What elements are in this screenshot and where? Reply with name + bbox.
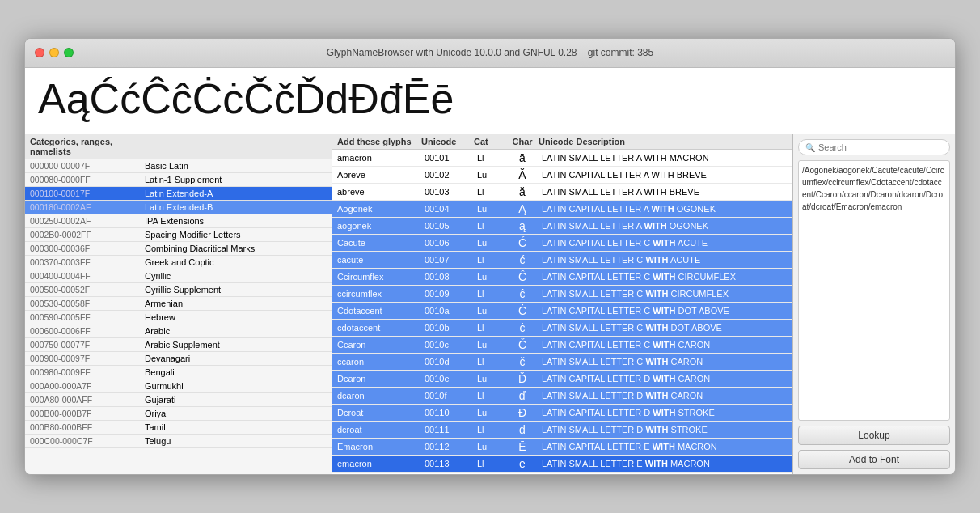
glyph-name: cacute [332,252,421,269]
glyph-character: Ċ [506,303,539,320]
table-row[interactable]: 000530-00058FArmenian [25,297,332,311]
table-row[interactable]: 000400-0004FFCyrillic [25,269,332,283]
glyph-character: č [506,354,539,371]
table-row[interactable]: 0002B0-0002FFSpacing Modifier Letters [25,228,332,242]
glyph-description: LATIN SMALL LETTER D WITH CARON [539,388,792,405]
glyph-preview: AąĆćĈĉĊċČčĎdĐđĒē [25,68,955,134]
glyph-category: Ll [474,388,506,405]
category-range: 000900-00097F [25,352,140,366]
table-row[interactable]: abreve00103LlăLATIN SMALL LETTER A WITH … [332,184,792,201]
glyph-category: Lu [474,235,506,252]
glyph-category: Lu [474,405,506,422]
table-row[interactable]: Cdotaccent0010aLuĊLATIN CAPITAL LETTER C… [332,303,792,320]
glyph-character: ā [506,150,539,167]
categories-panel[interactable]: Categories, ranges, namelists 000000-000… [25,134,332,474]
lookup-button[interactable]: Lookup [798,426,950,445]
col-header-char: Char [506,137,539,146]
category-name: Latin-1 Supplement [140,173,332,187]
category-name: Bengali [140,366,332,379]
glyph-description: LATIN SMALL LETTER C WITH ACUTE [539,252,792,269]
table-row[interactable]: Ccircumflex00108LuĈLATIN CAPITAL LETTER … [332,269,792,286]
glyph-description: LATIN CAPITAL LETTER D WITH STROKE [539,405,792,422]
table-row[interactable]: dcaron0010fLlďLATIN SMALL LETTER D WITH … [332,388,792,405]
category-name: Gujarati [140,393,332,407]
table-row[interactable]: Ccaron0010cLuČLATIN CAPITAL LETTER C WIT… [332,337,792,354]
col-header-unicode: Unicode [421,137,474,146]
search-input[interactable] [818,142,943,152]
category-name: Latin Extended-B [140,201,332,214]
glyph-name: aogonek [332,218,421,235]
category-name: Arabic Supplement [140,338,332,352]
maximize-button[interactable] [64,48,74,57]
table-row[interactable]: 000180-0002AFLatin Extended-B [25,201,332,214]
close-button[interactable] [35,48,44,57]
table-row[interactable]: Aogonek00104LuĄLATIN CAPITAL LETTER A WI… [332,201,792,218]
table-row[interactable]: ccircumflex00109LlĉLATIN SMALL LETTER C … [332,286,792,303]
table-row[interactable]: 000250-0002AFIPA Extensions [25,214,332,228]
table-row[interactable]: 000C00-000C7FTelugu [25,435,332,448]
table-row[interactable]: 000750-00077FArabic Supplement [25,338,332,352]
table-row[interactable]: 000080-0000FFLatin-1 Supplement [25,173,332,187]
glyph-character: ă [506,184,539,201]
glyph-name: cdotaccent [332,320,421,337]
window-title: GlyphNameBrowser with Unicode 10.0.0 and… [327,47,653,58]
table-row[interactable]: Emacron00112LuĒLATIN CAPITAL LETTER E WI… [332,439,792,456]
table-row[interactable]: aogonek00105LląLATIN SMALL LETTER A WITH… [332,218,792,235]
table-row[interactable]: ccaron0010dLlčLATIN SMALL LETTER C WITH … [332,354,792,371]
search-box[interactable]: 🔍 [798,139,950,155]
table-row[interactable]: 000300-00036FCombining Diacritical Marks [25,242,332,256]
table-row[interactable]: 000900-00097FDevanagari [25,352,332,366]
glyph-unicode: 0010c [421,337,474,354]
table-row[interactable]: Dcaron0010eLuĎLATIN CAPITAL LETTER D WIT… [332,371,792,388]
glyph-description: LATIN SMALL LETTER A WITH BREVE [539,184,792,201]
glyph-unicode: 00104 [421,201,474,218]
table-row[interactable]: cacute00107LlćLATIN SMALL LETTER C WITH … [332,252,792,269]
glyph-unicode: 0010d [421,354,474,371]
glyphs-table-header: Add these glyphs Unicode Cat Char Unicod… [332,134,792,150]
glyph-description: LATIN CAPITAL LETTER D WITH CARON [539,371,792,388]
col-header-glyph: Add these glyphs [332,137,421,146]
category-range: 000980-0009FF [25,366,140,379]
glyph-unicode: 00103 [421,184,474,201]
table-row[interactable]: 000A80-000AFFGujarati [25,393,332,407]
glyph-category: Ll [474,150,506,167]
table-row[interactable]: 000370-0003FFGreek and Coptic [25,256,332,269]
table-row[interactable]: emacron00113LlēLATIN SMALL LETTER E WITH… [332,456,792,473]
main-area: Categories, ranges, namelists 000000-000… [25,134,955,474]
table-row[interactable]: 000000-00007FBasic Latin [25,159,332,173]
table-row[interactable]: 000B80-000BFFTamil [25,421,332,435]
table-row[interactable]: Dcroat00110LuĐLATIN CAPITAL LETTER D WIT… [332,405,792,422]
glyph-description: LATIN CAPITAL LETTER E WITH MACRON [539,439,792,456]
table-row[interactable]: Abreve00102LuĂLATIN CAPITAL LETTER A WIT… [332,167,792,184]
glyph-category: Lu [474,201,506,218]
category-name: Devanagari [140,352,332,366]
table-row[interactable]: 000600-0006FFArabic [25,324,332,338]
right-panel: 🔍 /Aogonek/aogonek/Cacute/cacute/Ccircum… [793,134,955,474]
table-row[interactable]: Cacute00106LuĆLATIN CAPITAL LETTER C WIT… [332,235,792,252]
glyph-category: Ll [474,252,506,269]
table-row[interactable]: amacron00101LlāLATIN SMALL LETTER A WITH… [332,150,792,167]
glyph-category: Ll [474,184,506,201]
table-row[interactable]: 000100-00017FLatin Extended-A [25,187,332,201]
table-row[interactable]: 000A00-000A7FGurmukhi [25,379,332,393]
add-to-font-button[interactable]: Add to Font [798,450,950,469]
glyph-name: Cdotaccent [332,303,421,320]
table-row[interactable]: cdotaccent0010bLlċLATIN SMALL LETTER C W… [332,320,792,337]
glyph-unicode: 00109 [421,286,474,303]
table-row[interactable]: 000500-00052FCyrillic Supplement [25,283,332,297]
glyph-table-panel[interactable]: Add these glyphs Unicode Cat Char Unicod… [332,134,793,474]
glyph-character: Ĕ [506,473,539,475]
glyph-category: Ll [474,456,506,473]
glyph-character: ē [506,456,539,473]
table-row[interactable]: dcroat00111LlđLATIN SMALL LETTER D WITH … [332,422,792,439]
glyph-name: Abreve [332,167,421,184]
info-text: /Aogonek/aogonek/Cacute/cacute/Ccircumfl… [798,160,950,421]
table-row[interactable]: 000980-0009FFBengali [25,366,332,379]
glyph-character: Ĉ [506,269,539,286]
category-name: Oriya [140,407,332,421]
table-row[interactable]: 000590-0005FFHebrew [25,311,332,324]
table-row[interactable]: Ebreve00114LuĔLATIN CAPITAL LETTER E WIT… [332,473,792,475]
minimize-button[interactable] [49,48,59,57]
table-row[interactable]: 000B00-000B7FOriya [25,407,332,421]
category-name: Combining Diacritical Marks [140,242,332,256]
